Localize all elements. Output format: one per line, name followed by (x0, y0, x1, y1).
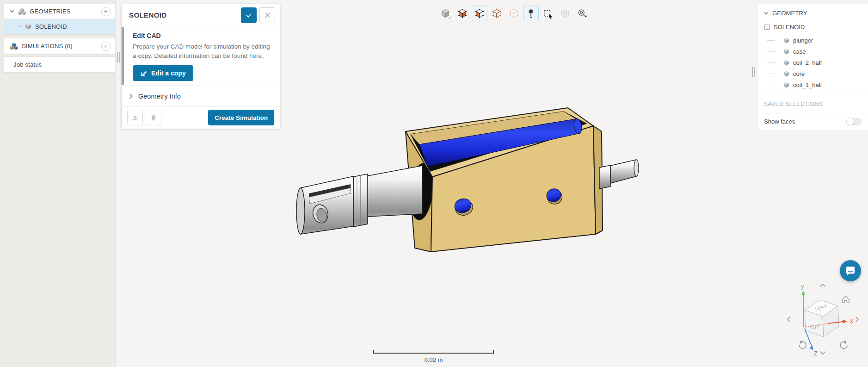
collapse-minus-icon[interactable] (764, 25, 770, 30)
sidebar-item-solenoid[interactable]: SOLENOID (4, 19, 115, 34)
check-icon (245, 11, 253, 19)
panel-header: SOLENOID (122, 4, 280, 26)
simulations-cubes-icon (10, 43, 18, 50)
geometry-detail-panel: SOLENOID Edit CAD Prepare your CAD model… (122, 4, 280, 129)
scale-bar-label: 0.02 m (373, 356, 494, 363)
close-button[interactable] (259, 7, 275, 23)
tree-item-core[interactable]: core (757, 68, 868, 79)
simulations-card: SIMULATIONS (0) + (4, 38, 116, 54)
tree-root-solenoid[interactable]: SOLENOID (757, 20, 868, 34)
download-geometry-button[interactable] (127, 110, 143, 125)
part-label: plunger (793, 37, 813, 44)
select-face-button[interactable] (472, 6, 487, 21)
select-body-icon (457, 8, 468, 19)
right-panel-resize-handle[interactable] (752, 67, 755, 77)
rotate-right-button[interactable] (856, 317, 858, 322)
home-view-button[interactable] (843, 296, 849, 302)
toggle-knob (846, 118, 854, 125)
close-icon (264, 12, 271, 19)
rotate-cw-button[interactable] (840, 342, 847, 348)
measure-tape-icon (577, 8, 588, 19)
axis-z-label: Z (814, 350, 818, 357)
part-label: case (793, 48, 806, 55)
measure-button[interactable] (574, 6, 590, 21)
add-simulation-button[interactable]: + (101, 42, 111, 51)
sidebar-item-job-status[interactable]: Job status (4, 57, 115, 72)
saved-selections-header: SAVED SELECTIONS (757, 95, 868, 113)
add-geometry-button[interactable]: + (101, 7, 111, 16)
trash-icon (149, 113, 158, 122)
chat-bubble-icon (844, 265, 856, 277)
probe-pin-icon (525, 8, 536, 19)
edit-cad-section: Edit CAD Prepare your CAD model for simu… (122, 26, 280, 86)
select-volume-icon (440, 8, 451, 19)
scale-bar (373, 350, 494, 354)
edit-pencil-icon (140, 69, 148, 77)
probe-point-button[interactable] (523, 6, 539, 21)
geometry-cube-icon (25, 23, 31, 30)
core-shaft-collar (599, 165, 610, 189)
simulations-label: SIMULATIONS (0) (22, 43, 73, 50)
project-tree-sidebar: GEOMETRIES + SOLENOID (0, 0, 116, 367)
solenoid-3d-model[interactable] (287, 93, 652, 264)
part-label: core (793, 70, 805, 77)
download-icon (131, 113, 139, 122)
clevis-end-cap (296, 188, 305, 234)
geometry-header-label: GEOMETRY (772, 10, 807, 17)
sidebar-item-geometries[interactable]: GEOMETRIES + (4, 4, 115, 19)
job-status-label: Job status (13, 61, 42, 68)
edit-a-copy-label: Edit a copy (151, 69, 186, 77)
rotate-up-button[interactable] (820, 284, 825, 286)
chevron-down-icon (10, 10, 14, 13)
left-panel-resize-handle[interactable] (117, 52, 120, 62)
toolbar-separator (433, 7, 433, 19)
part-label: coil_2_half (793, 59, 822, 66)
documentation-link[interactable]: here (249, 52, 262, 59)
geometry-info-expander[interactable]: Geometry Info (122, 86, 280, 106)
panel-title: SOLENOID (129, 11, 167, 19)
description-period: . (262, 52, 264, 59)
confirm-button[interactable] (241, 7, 257, 23)
select-body-button[interactable] (455, 6, 470, 21)
axis-y-label: y (801, 283, 804, 290)
edit-a-copy-button[interactable]: Edit a copy (133, 65, 193, 81)
rotate-cw-arrowhead (843, 341, 846, 344)
geometry-tree-panel: GEOMETRY SOLENOID plunger (757, 4, 868, 131)
core-shaft (610, 160, 636, 183)
rotate-down-button[interactable] (820, 352, 825, 354)
box-select-button[interactable] (540, 6, 556, 21)
show-faces-row: Show faces (757, 113, 868, 131)
geometry-info-label: Geometry Info (138, 93, 181, 100)
geometry-tree-header[interactable]: GEOMETRY (757, 4, 868, 20)
rotate-left-button[interactable] (788, 317, 790, 322)
app-window: 0.02 m LEFT TOP y X Z (0, 0, 868, 367)
sidebar-item-simulations[interactable]: SIMULATIONS (0) + (4, 38, 115, 54)
parts-tree: plunger case (757, 34, 868, 95)
select-volume-button[interactable] (437, 6, 453, 21)
plunger-shaft (368, 166, 422, 217)
axis-x-label: X (850, 318, 854, 325)
select-vertex-icon (491, 8, 502, 19)
mesh-view-disabled-icon (560, 8, 571, 19)
delete-geometry-button[interactable] (146, 110, 161, 125)
navigation-gizmo[interactable]: LEFT TOP y X Z (782, 280, 865, 360)
rotate-ccw-button[interactable] (799, 342, 806, 348)
select-face-icon (474, 8, 485, 19)
tree-item-case[interactable]: case (757, 46, 868, 57)
create-simulation-button[interactable]: Create Simulation (208, 110, 274, 125)
chevron-down-icon (764, 12, 769, 15)
create-simulation-label: Create Simulation (215, 114, 268, 121)
plunger-clevis (301, 176, 353, 234)
panel-scrollbar[interactable] (122, 27, 124, 85)
core-shaft-cap (634, 160, 639, 176)
tree-item-coil-2-half[interactable]: coil_2_half (757, 57, 868, 68)
tree-item-plunger[interactable]: plunger (757, 35, 868, 46)
geometries-card: GEOMETRIES + SOLENOID (4, 4, 116, 34)
select-assembly-disabled-icon (508, 8, 519, 19)
tree-item-coil-1-half[interactable]: coil_1_half (757, 79, 868, 90)
select-vertex-button[interactable] (489, 6, 505, 21)
show-faces-toggle[interactable] (847, 118, 862, 125)
edit-cad-description: Prepare your CAD model for simulation by… (133, 42, 272, 60)
part-cube-icon (783, 49, 789, 55)
chat-support-button[interactable] (840, 260, 861, 281)
